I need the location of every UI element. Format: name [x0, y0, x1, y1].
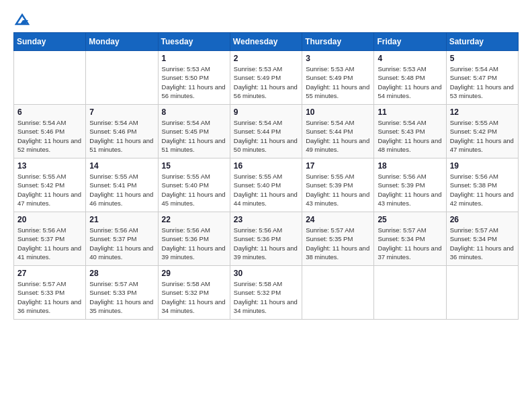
calendar-cell: 7Sunrise: 5:54 AM Sunset: 5:46 PM Daylig… — [86, 105, 158, 158]
day-of-week-header: Monday — [86, 33, 158, 51]
calendar-cell — [374, 266, 446, 320]
day-number: 28 — [89, 269, 154, 278]
day-number: 19 — [450, 161, 515, 171]
cell-content: Sunrise: 5:58 AM Sunset: 5:32 PM Dayligh… — [234, 279, 298, 315]
cell-content: Sunrise: 5:57 AM Sunset: 5:33 PM Dayligh… — [89, 279, 154, 315]
calendar-week-row: 1Sunrise: 5:53 AM Sunset: 5:50 PM Daylig… — [14, 51, 519, 105]
calendar-cell: 18Sunrise: 5:56 AM Sunset: 5:39 PM Dayli… — [374, 158, 446, 212]
day-of-week-header: Wednesday — [230, 33, 302, 51]
cell-content: Sunrise: 5:53 AM Sunset: 5:49 PM Dayligh… — [306, 64, 370, 100]
cell-content: Sunrise: 5:54 AM Sunset: 5:47 PM Dayligh… — [450, 64, 515, 100]
calendar-header-row: SundayMondayTuesdayWednesdayThursdayFrid… — [14, 33, 519, 51]
day-number: 24 — [306, 215, 370, 224]
calendar-week-row: 6Sunrise: 5:54 AM Sunset: 5:46 PM Daylig… — [14, 105, 519, 158]
logo — [13, 13, 30, 26]
calendar-cell: 15Sunrise: 5:55 AM Sunset: 5:40 PM Dayli… — [158, 158, 230, 212]
day-number: 8 — [162, 107, 226, 117]
cell-content: Sunrise: 5:54 AM Sunset: 5:46 PM Dayligh… — [17, 118, 82, 154]
day-of-week-header: Tuesday — [158, 33, 230, 51]
cell-content: Sunrise: 5:57 AM Sunset: 5:34 PM Dayligh… — [378, 226, 442, 261]
day-of-week-header: Friday — [374, 33, 446, 51]
cell-content: Sunrise: 5:57 AM Sunset: 5:35 PM Dayligh… — [306, 226, 370, 261]
calendar-cell: 16Sunrise: 5:55 AM Sunset: 5:40 PM Dayli… — [230, 158, 302, 212]
calendar-cell: 8Sunrise: 5:54 AM Sunset: 5:45 PM Daylig… — [158, 105, 230, 158]
day-number: 15 — [162, 161, 226, 171]
cell-content: Sunrise: 5:56 AM Sunset: 5:37 PM Dayligh… — [89, 226, 154, 261]
day-number: 21 — [89, 215, 154, 224]
calendar-week-row: 20Sunrise: 5:56 AM Sunset: 5:37 PM Dayli… — [14, 212, 519, 266]
cell-content: Sunrise: 5:55 AM Sunset: 5:39 PM Dayligh… — [306, 172, 370, 208]
cell-content: Sunrise: 5:56 AM Sunset: 5:37 PM Dayligh… — [17, 226, 82, 261]
day-number: 30 — [234, 269, 298, 278]
calendar-cell — [302, 266, 374, 320]
day-number: 27 — [17, 269, 82, 278]
calendar-cell: 2Sunrise: 5:53 AM Sunset: 5:49 PM Daylig… — [230, 51, 302, 105]
calendar-cell: 10Sunrise: 5:54 AM Sunset: 5:44 PM Dayli… — [302, 105, 374, 158]
calendar-cell: 22Sunrise: 5:56 AM Sunset: 5:36 PM Dayli… — [158, 212, 230, 266]
logo-icon — [15, 13, 30, 26]
day-number: 6 — [17, 107, 82, 117]
day-number: 18 — [378, 161, 442, 171]
day-of-week-header: Sunday — [14, 33, 86, 51]
cell-content: Sunrise: 5:54 AM Sunset: 5:45 PM Dayligh… — [162, 118, 226, 154]
cell-content: Sunrise: 5:54 AM Sunset: 5:44 PM Dayligh… — [306, 118, 370, 154]
cell-content: Sunrise: 5:56 AM Sunset: 5:36 PM Dayligh… — [234, 226, 298, 261]
calendar-cell: 27Sunrise: 5:57 AM Sunset: 5:33 PM Dayli… — [14, 266, 86, 320]
calendar-cell: 5Sunrise: 5:54 AM Sunset: 5:47 PM Daylig… — [446, 51, 518, 105]
day-number: 13 — [17, 161, 82, 171]
calendar-cell: 30Sunrise: 5:58 AM Sunset: 5:32 PM Dayli… — [230, 266, 302, 320]
day-number: 3 — [306, 54, 370, 63]
calendar-table: SundayMondayTuesdayWednesdayThursdayFrid… — [13, 32, 519, 320]
cell-content: Sunrise: 5:56 AM Sunset: 5:39 PM Dayligh… — [378, 172, 442, 208]
page-header — [13, 13, 519, 26]
calendar-cell: 9Sunrise: 5:54 AM Sunset: 5:44 PM Daylig… — [230, 105, 302, 158]
day-number: 17 — [306, 161, 370, 171]
calendar-cell: 19Sunrise: 5:56 AM Sunset: 5:38 PM Dayli… — [446, 158, 518, 212]
day-number: 10 — [306, 107, 370, 117]
cell-content: Sunrise: 5:57 AM Sunset: 5:34 PM Dayligh… — [450, 226, 515, 261]
day-number: 9 — [234, 107, 298, 117]
calendar-cell: 1Sunrise: 5:53 AM Sunset: 5:50 PM Daylig… — [158, 51, 230, 105]
calendar-cell: 24Sunrise: 5:57 AM Sunset: 5:35 PM Dayli… — [302, 212, 374, 266]
cell-content: Sunrise: 5:55 AM Sunset: 5:40 PM Dayligh… — [162, 172, 226, 208]
day-number: 12 — [450, 107, 515, 117]
calendar-cell: 13Sunrise: 5:55 AM Sunset: 5:42 PM Dayli… — [14, 158, 86, 212]
day-number: 14 — [89, 161, 154, 171]
calendar-cell: 26Sunrise: 5:57 AM Sunset: 5:34 PM Dayli… — [446, 212, 518, 266]
day-number: 16 — [234, 161, 298, 171]
calendar-week-row: 13Sunrise: 5:55 AM Sunset: 5:42 PM Dayli… — [14, 158, 519, 212]
day-number: 26 — [450, 215, 515, 224]
calendar-cell: 6Sunrise: 5:54 AM Sunset: 5:46 PM Daylig… — [14, 105, 86, 158]
cell-content: Sunrise: 5:57 AM Sunset: 5:33 PM Dayligh… — [17, 279, 82, 315]
day-of-week-header: Saturday — [446, 33, 518, 51]
day-number: 29 — [162, 269, 226, 278]
cell-content: Sunrise: 5:58 AM Sunset: 5:32 PM Dayligh… — [162, 279, 226, 315]
cell-content: Sunrise: 5:55 AM Sunset: 5:42 PM Dayligh… — [450, 118, 515, 154]
day-number: 25 — [378, 215, 442, 224]
day-number: 22 — [162, 215, 226, 224]
calendar-cell: 23Sunrise: 5:56 AM Sunset: 5:36 PM Dayli… — [230, 212, 302, 266]
calendar-cell: 14Sunrise: 5:55 AM Sunset: 5:41 PM Dayli… — [86, 158, 158, 212]
calendar-cell: 4Sunrise: 5:53 AM Sunset: 5:48 PM Daylig… — [374, 51, 446, 105]
cell-content: Sunrise: 5:53 AM Sunset: 5:50 PM Dayligh… — [162, 64, 226, 100]
calendar-cell: 21Sunrise: 5:56 AM Sunset: 5:37 PM Dayli… — [86, 212, 158, 266]
cell-content: Sunrise: 5:56 AM Sunset: 5:38 PM Dayligh… — [450, 172, 515, 208]
day-number: 2 — [234, 54, 298, 63]
calendar-cell: 25Sunrise: 5:57 AM Sunset: 5:34 PM Dayli… — [374, 212, 446, 266]
calendar-cell: 12Sunrise: 5:55 AM Sunset: 5:42 PM Dayli… — [446, 105, 518, 158]
cell-content: Sunrise: 5:54 AM Sunset: 5:46 PM Dayligh… — [89, 118, 154, 154]
cell-content: Sunrise: 5:54 AM Sunset: 5:43 PM Dayligh… — [378, 118, 442, 154]
cell-content: Sunrise: 5:53 AM Sunset: 5:49 PM Dayligh… — [234, 64, 298, 100]
day-number: 23 — [234, 215, 298, 224]
calendar-cell: 11Sunrise: 5:54 AM Sunset: 5:43 PM Dayli… — [374, 105, 446, 158]
cell-content: Sunrise: 5:55 AM Sunset: 5:42 PM Dayligh… — [17, 172, 82, 208]
day-number: 5 — [450, 54, 515, 63]
day-number: 7 — [89, 107, 154, 117]
day-of-week-header: Thursday — [302, 33, 374, 51]
calendar-cell: 29Sunrise: 5:58 AM Sunset: 5:32 PM Dayli… — [158, 266, 230, 320]
day-number: 1 — [162, 54, 226, 63]
day-number: 4 — [378, 54, 442, 63]
cell-content: Sunrise: 5:55 AM Sunset: 5:41 PM Dayligh… — [89, 172, 154, 208]
cell-content: Sunrise: 5:55 AM Sunset: 5:40 PM Dayligh… — [234, 172, 298, 208]
cell-content: Sunrise: 5:54 AM Sunset: 5:44 PM Dayligh… — [234, 118, 298, 154]
